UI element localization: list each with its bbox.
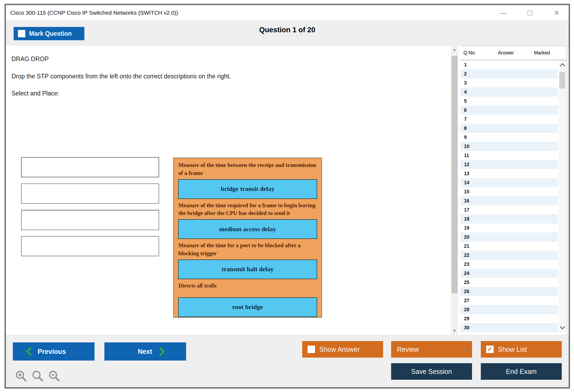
- mark-question-label: Mark Question: [29, 30, 72, 37]
- description-text: Measure of the time required for a frame…: [178, 202, 317, 218]
- show-list-button[interactable]: ✓ Show List: [481, 341, 562, 358]
- scroll-down-icon[interactable]: ▼: [451, 329, 458, 333]
- question-row-number: 4: [460, 89, 467, 95]
- collapse-triangle-icon: ▲: [463, 347, 467, 352]
- previous-label: Previous: [38, 348, 66, 355]
- drop-slot[interactable]: [21, 157, 159, 177]
- question-row-number: 26: [460, 289, 469, 294]
- show-list-checkbox[interactable]: ✓: [486, 346, 494, 353]
- question-row-number: 14: [460, 180, 469, 186]
- question-row[interactable]: 9: [460, 133, 558, 142]
- minimize-icon[interactable]: —: [499, 9, 508, 16]
- question-row[interactable]: 25: [460, 278, 558, 287]
- zoom-in-icon[interactable]: [15, 370, 27, 382]
- question-row-number: 7: [460, 117, 467, 122]
- question-row[interactable]: 19: [460, 223, 558, 233]
- title-bar: Cisco 300-115 (CCNP Cisco IP Switched Ne…: [6, 5, 569, 21]
- question-row-number: 6: [460, 107, 467, 113]
- question-row[interactable]: 5: [460, 97, 558, 106]
- description-text: Measure of the time for a port to be blo…: [178, 242, 317, 258]
- question-row[interactable]: 1: [460, 60, 558, 69]
- descriptions-panel: Measure of the time between the receipt …: [173, 158, 322, 318]
- question-row[interactable]: 22: [460, 251, 558, 260]
- show-answer-label: Show Answer: [319, 346, 360, 353]
- question-row[interactable]: 12: [460, 160, 558, 169]
- review-button[interactable]: Review ▲: [391, 341, 472, 358]
- mark-question-button[interactable]: Mark Question: [14, 27, 84, 40]
- mark-question-checkbox[interactable]: [18, 30, 25, 37]
- question-row[interactable]: 28: [460, 305, 558, 314]
- question-row[interactable]: 17: [460, 205, 558, 214]
- question-row[interactable]: 23: [460, 260, 558, 269]
- component-box[interactable]: transmit halt delay: [178, 259, 317, 279]
- question-row[interactable]: 30: [460, 323, 558, 332]
- question-row-number: 28: [460, 307, 469, 313]
- question-row[interactable]: 7: [460, 115, 558, 124]
- question-type-label: DRAG DROP: [11, 55, 49, 63]
- question-row[interactable]: 6: [460, 106, 558, 115]
- maximize-icon[interactable]: □: [525, 9, 534, 17]
- show-answer-checkbox[interactable]: [308, 346, 315, 353]
- component-box[interactable]: root bridge: [178, 297, 317, 317]
- main-scrollbar[interactable]: ▲ ▼: [451, 46, 458, 335]
- question-row[interactable]: 18: [460, 214, 558, 223]
- scroll-up-icon[interactable]: ▲: [451, 47, 458, 51]
- question-row[interactable]: 14: [460, 178, 558, 187]
- footer-toolbar: Previous Next Show Answer Review ▲ ✓ Sho…: [6, 335, 569, 387]
- chevron-left-icon: [25, 347, 32, 356]
- question-row[interactable]: 4: [460, 87, 558, 97]
- question-row[interactable]: 2: [460, 69, 558, 78]
- question-row[interactable]: 24: [460, 269, 558, 278]
- save-session-button[interactable]: Save Session: [391, 363, 472, 380]
- review-label: Review: [397, 346, 419, 353]
- question-row[interactable]: 10: [460, 142, 558, 151]
- list-scroll-up-icon[interactable]: [560, 63, 565, 69]
- question-row[interactable]: 13: [460, 169, 558, 178]
- question-row-number: 30: [460, 325, 469, 331]
- next-button[interactable]: Next: [104, 342, 186, 361]
- question-row-number: 25: [460, 280, 469, 285]
- magnifier-icon[interactable]: [32, 370, 44, 382]
- list-scroll-down-icon[interactable]: [560, 324, 565, 329]
- question-row[interactable]: 16: [460, 196, 558, 205]
- zoom-out-icon[interactable]: [48, 370, 60, 382]
- list-scrollbar[interactable]: [559, 60, 566, 332]
- window-title: Cisco 300-115 (CCNP Cisco IP Switched Ne…: [10, 10, 178, 16]
- question-row[interactable]: 21: [460, 242, 558, 251]
- list-scrollbar-thumb[interactable]: [559, 72, 565, 89]
- close-icon[interactable]: ✕: [552, 9, 561, 16]
- question-row[interactable]: 8: [460, 124, 558, 133]
- question-row-number: 9: [460, 135, 467, 140]
- component-box[interactable]: bridge transit delay: [178, 179, 317, 199]
- drop-slot[interactable]: [21, 183, 159, 204]
- end-exam-label: End Exam: [506, 368, 537, 375]
- description-text: Directs all trafic: [178, 282, 317, 290]
- question-row[interactable]: 15: [460, 187, 558, 196]
- show-answer-button[interactable]: Show Answer: [302, 341, 383, 358]
- previous-button[interactable]: Previous: [13, 342, 95, 361]
- question-row[interactable]: 20: [460, 233, 558, 242]
- question-row[interactable]: 27: [460, 296, 558, 305]
- question-row-number: 22: [460, 253, 469, 258]
- question-row[interactable]: 26: [460, 287, 558, 296]
- question-row-number: 3: [460, 80, 467, 86]
- component-box[interactable]: medium access delay: [178, 219, 317, 239]
- question-row-number: 1: [460, 62, 467, 68]
- end-exam-button[interactable]: End Exam: [481, 363, 562, 380]
- question-row-number: 29: [460, 316, 469, 322]
- question-row[interactable]: 11: [460, 151, 558, 160]
- save-session-label: Save Session: [411, 368, 452, 375]
- question-row-number: 12: [460, 162, 469, 167]
- question-row[interactable]: 29: [460, 314, 558, 323]
- question-row-number: 13: [460, 171, 469, 177]
- main-scrollbar-thumb[interactable]: [451, 56, 458, 293]
- drop-slot[interactable]: [21, 210, 159, 230]
- question-list-panel: Q No. Answer Marked 12345678910111213141…: [460, 46, 567, 335]
- question-row[interactable]: 3: [460, 78, 558, 87]
- question-counter: Question 1 of 20: [6, 26, 569, 34]
- toolbar: Question 1 of 20 Mark Question: [6, 21, 569, 46]
- question-row-number: 19: [460, 225, 469, 231]
- drop-slot[interactable]: [21, 236, 159, 256]
- question-row-number: 5: [460, 98, 467, 104]
- question-row-number: 23: [460, 262, 469, 267]
